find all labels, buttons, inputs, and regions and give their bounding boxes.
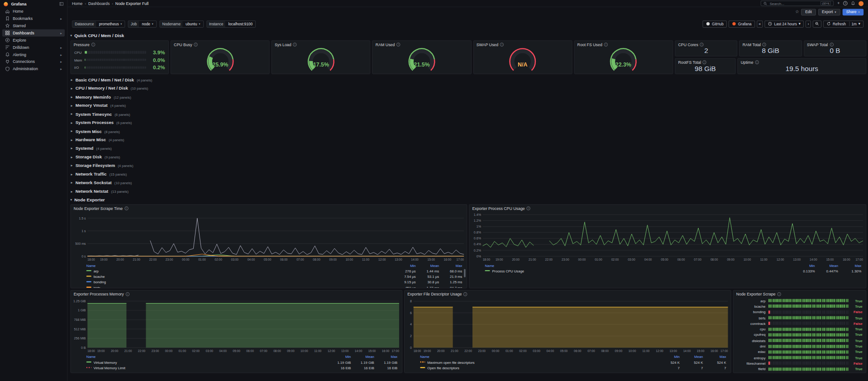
sidebar-item-explore[interactable]: Explore	[2, 37, 65, 44]
info-icon[interactable]: i	[91, 43, 95, 47]
panel-title[interactable]: SWAP Used	[477, 42, 498, 47]
collector-bar-gauge[interactable]	[768, 344, 849, 348]
info-icon[interactable]: i	[526, 206, 530, 210]
info-icon[interactable]: i	[500, 43, 504, 47]
row-cpu-memory-net-disk[interactable]: ▸CPU / Memory / Net / Disk(10 panels)	[70, 85, 866, 92]
legend-scrollbar[interactable]	[464, 269, 466, 277]
variable-nodename[interactable]: Nodenameubuntu▾	[159, 20, 203, 28]
collector-bar-gauge[interactable]	[768, 305, 849, 308]
panel-title[interactable]: RootFS Total	[678, 60, 701, 65]
grafana-link-button[interactable]: Grafana	[729, 20, 755, 28]
row-node-exporter[interactable]: ▾ Node Exporter	[70, 196, 866, 204]
collector-bar-gauge[interactable]	[768, 362, 849, 365]
info-icon[interactable]: i	[703, 60, 707, 64]
panel-title[interactable]: CPU Busy	[174, 42, 192, 47]
sidebar-item-connections[interactable]: Connections▸	[2, 58, 65, 65]
sidebar-item-starred[interactable]: Starred	[2, 22, 65, 29]
variable-datasource[interactable]: Datasourceprometheus▾	[72, 20, 125, 28]
pressure-bar-gauge[interactable]	[85, 66, 146, 69]
row-hardware-misc[interactable]: ▸Hardware Misc(4 panels)	[70, 136, 866, 143]
row-memory-meminfo[interactable]: ▸Memory Meminfo(12 panels)	[70, 93, 866, 100]
info-icon[interactable]: i	[293, 43, 297, 47]
row-memory-vmstat[interactable]: ▸Memory Vmstat(4 panels)	[70, 101, 866, 109]
export-button[interactable]: Export▾	[818, 9, 840, 15]
variable-instance[interactable]: Instancelocalhost:9100	[206, 20, 256, 28]
panel-title[interactable]: Node Exporter Scrape Time	[74, 206, 123, 211]
breadcrumb-item-home[interactable]: Home	[72, 1, 82, 6]
panel-title[interactable]: Uptime	[741, 60, 754, 65]
row-network-sockstat[interactable]: ▸Network Sockstat(10 panels)	[70, 179, 866, 186]
collector-bar-gauge[interactable]	[768, 339, 849, 342]
time-series-plot[interactable]: 0 s500 ms1 s1.5 s18:0019:0020:0021:0022:…	[71, 211, 467, 262]
time-series-plot[interactable]: 0 B256 MiB512 MiB768 MiB1 GiB1.25 GiB18:…	[71, 297, 402, 354]
pressure-bar-gauge[interactable]	[85, 51, 146, 54]
legend-series-name[interactable]: Open file descriptors	[420, 366, 656, 370]
panel-title[interactable]: Exporter Processes Memory	[74, 292, 124, 297]
info-icon[interactable]: i	[755, 60, 759, 64]
time-series-plot[interactable]: 0246818:0019:0020:0021:0022:0023:0000:00…	[405, 297, 730, 354]
share-button[interactable]: Share▾	[842, 9, 863, 15]
panel-title[interactable]: Sys Load	[275, 42, 291, 47]
panel-title[interactable]: RAM Total	[743, 42, 761, 47]
variable-job[interactable]: Jobnode▾	[128, 20, 157, 28]
panel-title[interactable]: Exporter Process CPU Usage	[472, 206, 525, 211]
grafana-logo-icon[interactable]	[3, 1, 8, 6]
sidebar-item-drilldown[interactable]: Drilldown▸	[2, 44, 65, 51]
info-icon[interactable]: i	[463, 292, 467, 296]
sidebar-item-home[interactable]: Home	[2, 8, 65, 15]
row-network-netstat[interactable]: ▸Network Netstat(13 panels)	[70, 187, 866, 195]
gauge[interactable]: 22.3%	[574, 47, 672, 74]
github-link-button[interactable]: GitHub	[702, 20, 727, 28]
info-icon[interactable]: i	[830, 43, 834, 47]
collector-bar-gauge[interactable]	[768, 328, 849, 331]
panel-title[interactable]: Pressure	[74, 42, 90, 47]
panel-title[interactable]: RAM Used	[376, 42, 395, 47]
row-system-misc[interactable]: ▸System Misc(8 panels)	[70, 127, 866, 135]
collector-bar-gauge[interactable]	[768, 299, 849, 302]
row-system-timesync[interactable]: ▸System Timesync(6 panels)	[70, 110, 866, 118]
time-shift-back-button[interactable]: «	[757, 20, 763, 28]
panel-title[interactable]: Exporter File Descriptor Usage	[407, 292, 462, 297]
sidebar-item-bookmarks[interactable]: Bookmarks▸	[2, 15, 65, 22]
add-icon[interactable]: +	[837, 1, 840, 5]
collector-bar-gauge[interactable]	[768, 310, 849, 314]
star-dashboard-icon[interactable]: ☆	[795, 10, 799, 14]
gauge[interactable]: N/A	[474, 47, 572, 74]
row-quick-cpu-mem-disk[interactable]: ▾ Quick CPU / Mem / Disk	[70, 32, 866, 39]
row-storage-filesystem[interactable]: ▸Storage Filesystem(4 panels)	[70, 162, 866, 169]
sidebar-item-dashboards[interactable]: Dashboards▸	[2, 29, 65, 37]
legend-series-name[interactable]: Maximum open file descriptors	[420, 360, 656, 364]
collector-bar-gauge[interactable]	[768, 322, 849, 325]
collector-bar-gauge[interactable]	[768, 350, 849, 353]
collector-bar-gauge[interactable]	[768, 356, 849, 359]
user-avatar[interactable]	[858, 1, 863, 6]
row-systemd[interactable]: ▸Systemd(4 panels)	[70, 144, 866, 152]
legend-series-name[interactable]: Virtual Memory	[86, 360, 328, 364]
info-icon[interactable]: i	[125, 292, 129, 296]
sidebar-item-alerting[interactable]: Alerting▸	[2, 51, 65, 58]
time-series-plot[interactable]: 0%0.2%0.4%0.6%0.8%1%1.2%1.4%18:0019:0020…	[469, 211, 866, 262]
collector-bar-gauge[interactable]	[768, 367, 849, 371]
info-icon[interactable]: i	[396, 43, 401, 47]
legend-series-name[interactable]: btrfs	[86, 286, 392, 288]
gauge[interactable]: 25.9%	[171, 47, 269, 74]
help-icon[interactable]: ?	[843, 1, 848, 5]
row-network-traffic[interactable]: ▸Network Traffic(15 panels)	[70, 170, 866, 178]
legend-series-name[interactable]: bonding	[86, 280, 392, 284]
collector-bar-gauge[interactable]	[768, 316, 849, 319]
collector-bar-gauge[interactable]	[768, 333, 849, 336]
edit-button[interactable]: Edit	[801, 9, 816, 15]
collapse-sidebar-icon[interactable]	[59, 2, 64, 6]
sidebar-item-administration[interactable]: Administration▸	[2, 65, 65, 72]
legend-series-name[interactable]: Virtual Memory Limit	[86, 366, 328, 370]
panel-title[interactable]: Root FS Used	[577, 42, 602, 47]
zoom-out-time-button[interactable]	[813, 20, 822, 28]
notifications-icon[interactable]	[851, 1, 855, 5]
pressure-bar-gauge[interactable]	[85, 58, 146, 61]
breadcrumb-item-node-exporter-full[interactable]: Node Exporter Full	[115, 1, 148, 6]
info-icon[interactable]: i	[604, 43, 608, 47]
legend-series-name[interactable]: Process CPU Usage	[485, 269, 792, 273]
panel-title[interactable]: Node Exporter Scrape	[736, 292, 776, 297]
time-range-picker[interactable]: Last 24 hours ▾	[765, 20, 804, 28]
row-system-processes[interactable]: ▸System Processes(6 panels)	[70, 119, 866, 126]
